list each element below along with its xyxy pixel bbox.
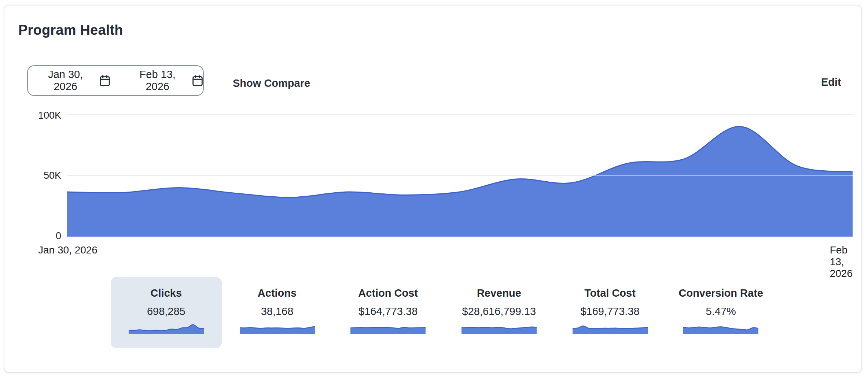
area-chart-plot [67,114,853,237]
show-compare-button[interactable]: Show Compare [233,77,310,89]
metric-card-action-cost[interactable]: Action Cost $164,773.38 [332,277,444,348]
metric-value: 698,285 [147,306,185,317]
metric-value: $28,616,799.13 [462,306,536,317]
metric-label: Revenue [477,288,521,299]
metric-value: 38,168 [261,306,294,317]
end-date-value: Feb 13, 2026 [128,68,187,93]
metric-sparkline [461,323,537,334]
start-date-value: Jan 30, 2026 [37,68,94,93]
metric-label: Actions [258,288,297,299]
calendar-icon [99,75,110,86]
y-axis-tick-100k: 100K [21,110,61,121]
metric-label: Conversion Rate [678,288,763,299]
y-axis-tick-0: 0 [21,230,61,242]
metric-sparkline [129,323,204,334]
edit-button[interactable]: Edit [821,76,841,88]
program-health-card: Program Health Jan 30, 2026 Feb 13, 2026… [4,5,862,373]
calendar-icon [192,75,203,86]
metric-card-revenue[interactable]: Revenue $28,616,799.13 [444,277,555,348]
metric-label: Total Cost [584,288,636,299]
start-date-button[interactable]: Jan 30, 2026 [37,68,110,93]
metric-label: Clicks [151,288,182,299]
metric-card-actions[interactable]: Actions 38,168 [222,277,333,348]
metric-sparkline [683,323,758,334]
page-title: Program Health [18,22,123,38]
x-axis-end-label: Feb 13, 2026 [830,244,853,279]
x-axis-start-label: Jan 30, 2026 [38,244,98,256]
metric-card-conversion-rate[interactable]: Conversion Rate 5.47% [665,277,776,348]
metric-cards: Clicks 698,285 Actions 38,168 Action Cos… [111,277,776,348]
metric-value: $169,773.38 [580,306,639,317]
end-date-button[interactable]: Feb 13, 2026 [128,68,203,93]
metric-sparkline [240,323,315,334]
y-axis-tick-50k: 50K [21,170,61,181]
metric-sparkline [573,323,648,334]
metric-value: $164,773.38 [358,306,418,317]
metric-value: 5.47% [706,306,736,317]
metric-card-total-cost[interactable]: Total Cost $169,773.38 [555,277,666,348]
date-range-picker[interactable]: Jan 30, 2026 Feb 13, 2026 [27,65,204,96]
metric-card-clicks[interactable]: Clicks 698,285 [111,277,222,348]
metric-sparkline [350,323,426,334]
metric-label: Action Cost [358,288,418,299]
